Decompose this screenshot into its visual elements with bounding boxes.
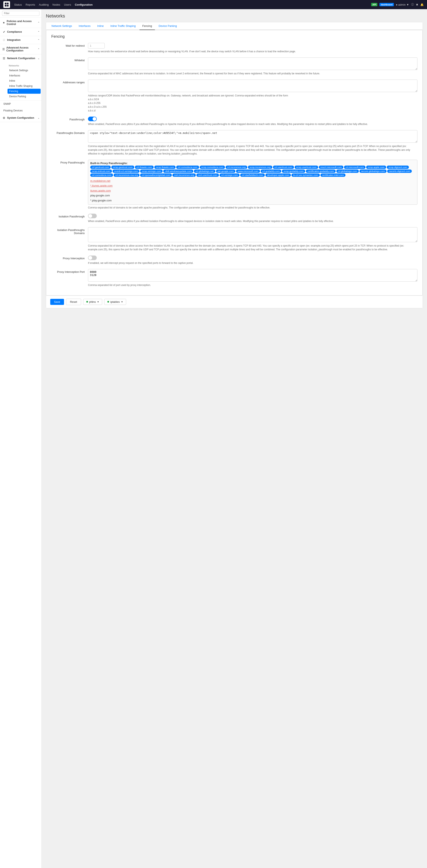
sidebar-integration-header[interactable]: □ Integration ⌃ [0, 36, 41, 44]
proxy-passthroughs-box: Built-in Proxy Passthroughs: crl.geotrus… [88, 160, 418, 205]
network-sub-items: Networks Network Settings Interfaces Inl… [0, 62, 41, 100]
tab-inline[interactable]: Inline [94, 22, 107, 30]
wait-for-redirect-input[interactable] [88, 43, 105, 49]
pfdns-button[interactable]: pfdns ▼ [83, 299, 103, 305]
addresses-ranges-input[interactable] [88, 80, 418, 92]
nav-configuration[interactable]: Configuration [75, 3, 92, 6]
custom-domain-play-google[interactable]: play.google.com [90, 193, 415, 198]
tag-ocsp-comodoca: ocsp.comodoca.com [200, 165, 225, 169]
iptables-button[interactable]: iptables ▼ [104, 299, 126, 305]
compliance-icon: ✔ [2, 30, 6, 34]
sidebar-item-floating-devices[interactable]: Floating Devices [0, 107, 41, 114]
tools-icon[interactable]: ✖ [416, 3, 418, 6]
custom-domain-play-google-wildcard[interactable]: *.play.google.com [90, 198, 415, 203]
tag-ocsp-verisign: ocsp.verisign.com [140, 169, 163, 173]
sidebar-advanced-header[interactable]: ☰ Advanced Access Configuration ⌃ [0, 44, 41, 54]
tag-crl-comodoca: crl.comodoca.com [176, 165, 199, 169]
sidebar-filter-input[interactable] [2, 11, 39, 16]
nav-right: API dashboard ● admin ▼ ⓘ ✖ 🔔 [371, 3, 424, 6]
isolation-passthroughs-domains-input[interactable] [88, 227, 418, 242]
nav-nodes[interactable]: Nodes [52, 3, 60, 6]
wait-for-redirect-row: Wait for redirect How many seconds the w… [51, 43, 418, 53]
isolation-passthrough-toggle[interactable] [88, 214, 97, 218]
addresses-ranges-help: Address ranges/CIDR blocks that PacketFe… [88, 94, 418, 113]
proxy-interception-port-label: Proxy Interception Port [51, 269, 85, 273]
builtin-tags: crl.geotrust.com ocsp.geotrust.com crl.t… [90, 165, 415, 177]
proxy-passthroughs-label: Proxy Passthroughs [51, 160, 85, 164]
whitelist-input[interactable] [88, 58, 418, 70]
main-content: Networks Network Settings Interfaces Inl… [42, 9, 427, 868]
chevron-policies: ⌃ [38, 22, 39, 24]
svg-rect-2 [5, 5, 6, 6]
sidebar-item-fencing[interactable]: Fencing [7, 89, 41, 94]
reset-button[interactable]: Reset [66, 299, 81, 305]
sidebar-system-config-header[interactable]: ⚙ System Configuration ⌄ [0, 114, 41, 122]
custom-domain-itunes-wildcard[interactable]: *.itunes.apple.com [90, 183, 415, 188]
tag-pki-google: pki.google.com [216, 169, 235, 173]
isolation-passthrough-label: Isolation Passthrough [51, 214, 85, 218]
nav-reports[interactable]: Reports [26, 3, 35, 6]
whitelist-help: Comma-separated list of MAC addresses th… [88, 72, 418, 75]
tab-inline-traffic-shaping[interactable]: Inline Traffic Shaping [107, 22, 138, 30]
addresses-ranges-row: Addresses ranges Address ranges/CIDR blo… [51, 80, 418, 113]
isolation-passthrough-row: Isolation Passthrough When enabled, Pack… [51, 214, 418, 223]
sidebar-network-header[interactable]: ☰ Network Configuration ⌄ [0, 54, 41, 62]
sidebar-item-inline[interactable]: Inline [7, 78, 41, 83]
pfdns-status-dot [86, 301, 88, 303]
sidebar-item-network-settings[interactable]: Network Settings [7, 68, 41, 73]
sidebar-advanced-label: Advanced Access Configuration [6, 46, 38, 52]
nav-auditing[interactable]: Auditing [39, 3, 49, 6]
tag-secure-globalsign: secure.globalsign.com [360, 169, 387, 173]
tab-interfaces[interactable]: Interfaces [76, 22, 93, 30]
pfdns-label: pfdns [89, 300, 96, 303]
top-navigation: Status Reports Auditing Nodes Users Conf… [0, 0, 427, 9]
sidebar-compliance-header[interactable]: ✔ Compliance ⌃ [0, 28, 41, 36]
help-icon[interactable]: ⓘ [411, 3, 414, 6]
isolation-passthrough-field: When enabled, PacketFence uses pfdns if … [88, 214, 418, 223]
sidebar-policies-header[interactable]: ■ Policies and Access Control ⌃ [0, 18, 41, 28]
fencing-form: Fencing Wait for redirect How many secon… [46, 30, 423, 296]
chevron-integration: ⌃ [38, 39, 39, 41]
svg-rect-0 [5, 3, 6, 4]
passthroughs-domains-row: Passthroughs Domains <span style="text-d… [51, 130, 418, 156]
example-1: a.b.c.0/24 [88, 98, 99, 101]
tab-device-parking[interactable]: Device Parking [156, 22, 180, 30]
sidebar-item-device-parking[interactable]: Device Parking [7, 94, 41, 99]
proxy-interception-toggle[interactable] [88, 255, 97, 260]
example-3: a.b.c.0-a.b.c.255 [88, 105, 107, 108]
tag-cacerts-digicert: cacerts.digicert.com [387, 169, 412, 173]
tag-crl-globalsign-com: crl.globalsign.com [336, 169, 359, 173]
isolation-passthroughs-domains-label: Isolation Passthroughs Domains [51, 227, 85, 235]
sidebar-item-snmp[interactable]: SNMP [0, 101, 41, 107]
custom-domain-mobileiron[interactable]: m.mobileiron.net [90, 179, 415, 183]
nav-users[interactable]: Users [64, 3, 71, 6]
tab-fencing[interactable]: Fencing [140, 22, 155, 30]
advanced-icon: ☰ [2, 47, 5, 51]
save-button[interactable]: Save [50, 299, 64, 305]
nav-status[interactable]: Status [14, 3, 22, 6]
tag-crl-globalsign-net: crl.globalsign.net [194, 169, 215, 173]
sidebar-item-interfaces[interactable]: Interfaces [7, 73, 41, 78]
admin-menu[interactable]: ● admin ▼ [396, 3, 409, 6]
proxy-interception-row: Proxy Interception If enabled, we will i… [51, 255, 418, 265]
tab-network-settings[interactable]: Network Settings [49, 22, 75, 30]
badge-dashboard[interactable]: dashboard [379, 3, 394, 6]
isolation-passthroughs-domains-row: Isolation Passthroughs Domains Comma-sep… [51, 227, 418, 251]
example-4: a.b.c.d [88, 109, 95, 112]
sub-group-networks: Networks [7, 63, 41, 68]
tag-crl-geotrust: crl.geotrust.com [90, 165, 111, 169]
custom-domain-itunes[interactable]: itunes.apple.com [90, 188, 415, 193]
sidebar-section-network: ☰ Network Configuration ⌄ Networks Netwo… [0, 54, 41, 101]
sidebar-item-inline-traffic-shaping[interactable]: Inline Traffic Shaping [7, 84, 41, 89]
sidebar-system-config-label: System Configuration [7, 116, 34, 119]
example-2: a.b.c.0-255 [88, 102, 101, 104]
proxy-interception-port-field: 8080 3128 Comma-separated list of port u… [88, 269, 418, 287]
tag-cert-incommon: cert.incommon.org [172, 174, 196, 177]
tag-ocsp-apple: ocsp.apple.com [366, 165, 386, 169]
passthroughs-domains-input[interactable]: <span style="text-decoration:underline;c… [88, 130, 418, 143]
passthroughs-domains-help: Comma-separated list of domains to allow… [88, 144, 418, 156]
tag-ocsp-digicert: ocsp.digicert.com [387, 165, 409, 169]
bell-icon[interactable]: 🔔 [420, 3, 424, 6]
passthrough-toggle[interactable] [88, 117, 97, 121]
proxy-interception-port-input[interactable]: 8080 3128 [88, 269, 418, 282]
